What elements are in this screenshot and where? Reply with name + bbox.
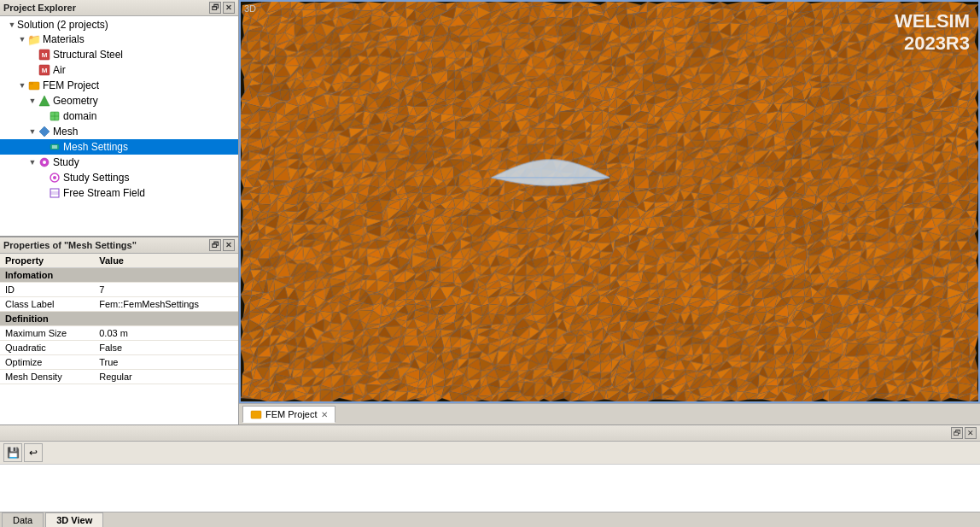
bottom-restore-button[interactable]: 🗗 bbox=[951, 427, 963, 439]
project-explorer-titlebar: Project Explorer 🗗 ✕ bbox=[0, 0, 238, 16]
watermark-line2: 2023R3 bbox=[895, 32, 970, 55]
tree-item-materials[interactable]: ▼ 📁 Materials bbox=[0, 32, 238, 47]
tree-item-domain[interactable]: domain bbox=[0, 108, 238, 124]
materials-label: Materials bbox=[43, 33, 85, 45]
tree-item-mesh-settings[interactable]: Mesh Settings bbox=[0, 139, 238, 155]
expand-arrow-fem: ▼ bbox=[17, 80, 27, 91]
study-label: Study bbox=[53, 156, 79, 168]
prop-row-id: ID 7 bbox=[0, 283, 238, 297]
svg-text:M: M bbox=[42, 51, 48, 59]
restore-button[interactable]: 🗗 bbox=[209, 2, 221, 14]
prop-mesh-density-label: Mesh Density bbox=[0, 370, 94, 384]
viewport[interactable]: 3D WELSIM 2023R3 bbox=[239, 0, 980, 403]
tree-item-study-settings[interactable]: Study Settings bbox=[0, 170, 238, 185]
properties-title: Properties of "Mesh Settings" bbox=[3, 240, 137, 250]
prop-class-value: Fem::FemMeshSettings bbox=[94, 297, 238, 312]
prop-id-value: 7 bbox=[94, 283, 238, 297]
properties-titlebar: Properties of "Mesh Settings" 🗗 ✕ bbox=[0, 237, 238, 254]
property-table: Property Value Infomation ID 7 bbox=[0, 254, 238, 425]
titlebar-buttons: 🗗 ✕ bbox=[209, 2, 235, 14]
svg-rect-21 bbox=[251, 411, 261, 419]
prop-row-class-label: Class Label Fem::FemMeshSettings bbox=[0, 297, 238, 312]
properties-restore-button[interactable]: 🗗 bbox=[209, 239, 221, 251]
panel-tabs: Data 3D View bbox=[0, 512, 980, 527]
expand-arrow-study-settings bbox=[38, 173, 48, 183]
save-toolbar-button[interactable]: 💾 bbox=[3, 443, 22, 462]
prop-mesh-density-value: Regular bbox=[94, 370, 238, 384]
tab-data[interactable]: Data bbox=[2, 512, 44, 527]
close-button[interactable]: ✕ bbox=[223, 2, 235, 14]
prop-optimize-value: True bbox=[94, 355, 238, 370]
app-container: Project Explorer 🗗 ✕ ▼ Solution (2 proje… bbox=[0, 0, 980, 527]
properties-titlebar-buttons: 🗗 ✕ bbox=[209, 239, 235, 251]
prop-max-size-value: 0.03 m bbox=[94, 326, 238, 341]
material-icon-structural: M bbox=[38, 48, 51, 61]
mesh-label: Mesh bbox=[53, 126, 78, 138]
study-settings-icon bbox=[48, 171, 61, 184]
tree-item-structural-steel[interactable]: M Structural Steel bbox=[0, 47, 238, 62]
section-information: Infomation bbox=[0, 268, 238, 283]
mesh-settings-icon bbox=[48, 140, 61, 154]
tab-close-button[interactable]: ✕ bbox=[321, 410, 328, 419]
watermark-line1: WELSIM bbox=[895, 10, 970, 32]
properties-close-button[interactable]: ✕ bbox=[223, 239, 235, 251]
viewport-label: 3D bbox=[244, 3, 256, 14]
bottom-titlebar-buttons: 🗗 ✕ bbox=[951, 427, 977, 439]
expand-arrow-air bbox=[27, 65, 38, 75]
geometry-icon bbox=[38, 94, 51, 108]
value-col-header: Value bbox=[94, 254, 238, 268]
tree-item-mesh[interactable]: ▼ Mesh bbox=[0, 124, 238, 139]
tree-container[interactable]: ▼ Solution (2 projects) ▼ 📁 Materials M bbox=[0, 16, 238, 236]
prop-row-mesh-density: Mesh Density Regular bbox=[0, 370, 238, 384]
svg-point-15 bbox=[43, 161, 46, 164]
section-definition: Definition bbox=[0, 312, 238, 326]
structural-steel-label: Structural Steel bbox=[53, 49, 123, 61]
tree-item-air[interactable]: M Air bbox=[0, 62, 238, 78]
project-explorer: Project Explorer 🗗 ✕ ▼ Solution (2 proje… bbox=[0, 0, 238, 237]
expand-arrow-solution: ▼ bbox=[7, 20, 17, 30]
study-icon bbox=[38, 155, 51, 169]
prop-row-quadratic: Quadratic False bbox=[0, 341, 238, 355]
top-section: Project Explorer 🗗 ✕ ▼ Solution (2 proje… bbox=[0, 0, 980, 425]
right-area: 3D WELSIM 2023R3 FEM Project ✕ bbox=[239, 0, 980, 425]
expand-arrow-domain bbox=[38, 111, 48, 121]
tree-item-fem-project[interactable]: ▼ FEM Project bbox=[0, 78, 238, 93]
expand-arrow-study: ▼ bbox=[27, 157, 38, 167]
undo-toolbar-button[interactable]: ↩ bbox=[24, 443, 43, 462]
tree-item-study[interactable]: ▼ Study bbox=[0, 155, 238, 170]
domain-label: domain bbox=[63, 110, 96, 122]
prop-row-max-size: Maximum Size 0.03 m bbox=[0, 326, 238, 341]
svg-rect-11 bbox=[50, 144, 59, 149]
svg-point-17 bbox=[53, 176, 56, 179]
mesh-canvas bbox=[241, 2, 978, 401]
properties-table-element: Property Value Infomation ID 7 bbox=[0, 254, 238, 384]
tree-item-geometry[interactable]: ▼ Geometry bbox=[0, 93, 238, 108]
prop-max-size-label: Maximum Size bbox=[0, 326, 94, 341]
tab-fem-project[interactable]: FEM Project ✕ bbox=[242, 406, 335, 423]
prop-optimize-label: Optimize bbox=[0, 355, 94, 370]
bottom-titlebar: 🗗 ✕ bbox=[0, 425, 980, 442]
material-icon-air: M bbox=[38, 63, 51, 77]
tab-bar: FEM Project ✕ bbox=[239, 403, 980, 425]
expand-arrow-materials: ▼ bbox=[17, 34, 27, 44]
prop-quadratic-value: False bbox=[94, 341, 238, 355]
svg-text:M: M bbox=[42, 67, 48, 74]
prop-class-label: Class Label bbox=[0, 297, 94, 312]
bottom-close-button[interactable]: ✕ bbox=[965, 427, 977, 439]
tree-item-free-stream-field[interactable]: Free Stream Field bbox=[0, 185, 238, 201]
fem-project-icon bbox=[27, 79, 41, 92]
bottom-section: 🗗 ✕ 💾 ↩ Data 3D View bbox=[0, 425, 980, 527]
folder-icon-materials: 📁 bbox=[27, 32, 41, 46]
fem-project-label: FEM Project bbox=[43, 79, 99, 91]
viewport-watermark: WELSIM 2023R3 bbox=[895, 10, 970, 56]
prop-id-label: ID bbox=[0, 283, 94, 297]
prop-row-optimize: Optimize True bbox=[0, 355, 238, 370]
tab-3d-view[interactable]: 3D View bbox=[45, 512, 103, 527]
expand-arrow-mesh-settings bbox=[38, 142, 48, 152]
domain-icon bbox=[48, 109, 61, 123]
project-explorer-title: Project Explorer bbox=[3, 3, 76, 13]
expand-arrow-mesh: ▼ bbox=[27, 126, 38, 137]
tree-item-solution[interactable]: ▼ Solution (2 projects) bbox=[0, 18, 238, 32]
bottom-toolbar: 💾 ↩ bbox=[0, 442, 980, 465]
svg-marker-10 bbox=[39, 126, 50, 137]
